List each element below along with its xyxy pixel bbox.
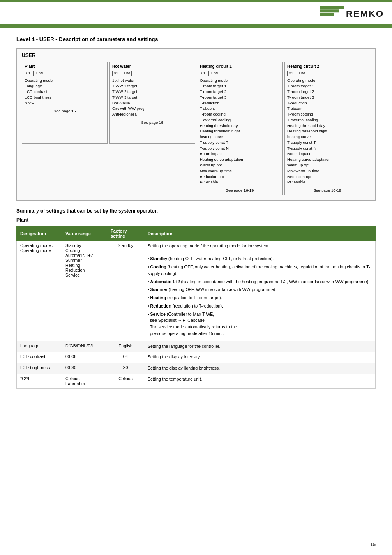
hc1-item-9: Heating threshold day <box>200 123 280 129</box>
row4-description: Setting the display lighting brightness. <box>144 363 376 374</box>
hw-item-2: T-WW 1 target <box>112 83 192 89</box>
hc2-item-11: heating curve <box>287 134 367 140</box>
svg-rect-1 <box>320 9 339 12</box>
row3-designation: LCD contrast <box>17 352 62 363</box>
hc2-item-6: T-absent <box>287 106 367 111</box>
row1-bullet-auto: • Automatic 1+2 (heating in accordance w… <box>148 279 372 285</box>
hc2-item-13: T-supply const N <box>287 146 367 151</box>
row1-bullet-heating: • Heating (regulation to T-room target). <box>148 295 372 301</box>
table-row: °C/°F CelsiusFahrenheit Celsius Setting … <box>17 374 376 388</box>
logo-container: REMKO <box>320 6 384 22</box>
hot-water-input-start: 01 <box>112 71 121 76</box>
hc2-item-2: T-room target 1 <box>287 83 367 89</box>
table-row: Language D/GB/F/NL/E/I English Setting t… <box>17 341 376 352</box>
plant-input-end: End <box>35 71 44 76</box>
parameters-table: Designation Value range Factory setting … <box>16 226 376 388</box>
hc1-item-7: T-room cooling <box>200 111 280 117</box>
page-title: Level 4 - USER - Description of paramete… <box>16 36 376 42</box>
hc1-item-12: T-supply const T <box>200 140 280 146</box>
hw-item-3: T-WW 2 target <box>112 89 192 95</box>
table-row: LCD brightness 00-30 30 Setting the disp… <box>17 363 376 374</box>
hc2-item-8: T-external cooling <box>287 117 367 123</box>
page-number: 15 <box>371 542 376 547</box>
hc1-item-2: T-room target 1 <box>200 83 280 89</box>
hc2-item-3: T-room target 2 <box>287 89 367 95</box>
hc2-item-19: PC enable <box>287 179 367 185</box>
hw-item-6: Circ with WW prog <box>112 106 192 111</box>
page-header: REMKO <box>0 2 392 25</box>
hc2-item-15: Heating curve adaptation <box>287 157 367 162</box>
th-designation: Designation <box>17 226 62 240</box>
svg-rect-2 <box>320 13 334 16</box>
plant-item-5: °C/°F <box>25 100 105 106</box>
row4-factory-setting: 30 <box>107 363 144 374</box>
row1-designation: Operating mode /Operating mode <box>17 240 62 341</box>
hc2-item-9: Heating threshold day <box>287 123 367 129</box>
main-content: Level 4 - USER - Description of paramete… <box>0 28 392 409</box>
user-columns: Plant 01 End Operating mode Language LCD… <box>22 62 370 195</box>
hc1-item-18: Reduction opt <box>200 174 280 180</box>
logo-text: REMKO <box>346 9 384 19</box>
plant-section-title: Plant <box>16 217 376 223</box>
user-box-title: USER <box>22 53 370 58</box>
table-row: LCD contrast 00-06 04 Setting the displa… <box>17 352 376 363</box>
hot-water-col-title: Hot water <box>112 64 192 70</box>
hc2-item-5: T-reduction <box>287 100 367 106</box>
hc1-item-15: Heating curve adaptation <box>200 157 280 162</box>
th-value-range: Value range <box>62 226 107 240</box>
row2-value-range: D/GB/F/NL/E/I <box>62 341 107 352</box>
hc2-input-end: End <box>297 71 307 76</box>
row1-bullet-summer: • Summer (heating OFF, WW in accordance … <box>148 287 372 293</box>
plant-item-2: Language <box>25 83 105 89</box>
hc2-item-18: Reduction opt <box>287 174 367 180</box>
plant-input-start: 01 <box>25 71 34 76</box>
plant-column: Plant 01 End Operating mode Language LCD… <box>22 62 108 144</box>
hc1-col-title: Heating circuit 1 <box>200 64 280 70</box>
hc1-item-17: Max warm up-time <box>200 168 280 174</box>
plant-col-title: Plant <box>25 64 105 70</box>
hc1-item-16: Warm up opt <box>200 162 280 168</box>
hc1-item-8: T-external cooling <box>200 117 280 123</box>
hc2-item-14: Room impact <box>287 151 367 157</box>
row1-desc-intro: Setting the operating mode / the operati… <box>148 243 372 250</box>
heating-circuit-1-column: Heating circuit 1 01 End Operating mode … <box>197 62 283 195</box>
hot-water-input-end: End <box>122 71 132 76</box>
hc2-item-4: T-room target 3 <box>287 95 367 100</box>
hc1-see-page: See page 16-19 <box>200 187 280 193</box>
user-box: USER Plant 01 End Operating mode Languag… <box>16 48 376 201</box>
hot-water-see-page: See page 16 <box>112 120 192 125</box>
hw-item-7: Anti-legionella <box>112 111 192 117</box>
hot-water-inputs: 01 End <box>112 71 192 76</box>
row1-description: Setting the operating mode / the operati… <box>144 240 376 341</box>
row4-designation: LCD brightness <box>17 363 62 374</box>
row2-designation: Language <box>17 341 62 352</box>
hc1-item-13: T-supply const N <box>200 146 280 151</box>
row5-designation: °C/°F <box>17 374 62 388</box>
hc2-item-12: T-supply const T <box>287 140 367 146</box>
row5-factory-setting: Celsius <box>107 374 144 388</box>
row1-bullet-cooling: • Cooling (heating OFF, only water heati… <box>148 264 372 277</box>
hc2-input-start: 01 <box>287 71 296 76</box>
row5-description: Setting the temperature unit. <box>144 374 376 388</box>
row1-bullet-service: • Service (Controller to Max T-WE, see S… <box>148 311 372 337</box>
table-row: Operating mode /Operating mode StandbyCo… <box>17 240 376 341</box>
hc1-item-11: heating curve <box>200 134 280 140</box>
row3-factory-setting: 04 <box>107 352 144 363</box>
row2-factory-setting: English <box>107 341 144 352</box>
hc1-item-14: Room impact <box>200 151 280 157</box>
hc1-item-19: PC enable <box>200 179 280 185</box>
row2-description: Setting the language for the controller. <box>144 341 376 352</box>
hc2-inputs: 01 End <box>287 71 367 76</box>
row1-bullet-standby: • Standby (heating OFF, water heating OF… <box>148 256 372 262</box>
hw-item-1: 1 x hot water <box>112 78 192 83</box>
hc2-see-page: See page 16-19 <box>287 187 367 193</box>
hc2-item-16: Warm up opt <box>287 162 367 168</box>
summary-title: Summary of settings that can be set by t… <box>16 208 376 214</box>
plant-item-1: Operating mode <box>25 78 105 83</box>
svg-point-3 <box>341 7 343 9</box>
row1-bullet-reduction: • Reduction (regulation to T-reduction). <box>148 303 372 310</box>
th-factory-setting: Factory setting <box>107 226 144 240</box>
row3-description: Setting the display intensity. <box>144 352 376 363</box>
hw-item-5: BoB value <box>112 100 192 106</box>
hot-water-column: Hot water 01 End 1 x hot water T-WW 1 ta… <box>109 62 195 144</box>
